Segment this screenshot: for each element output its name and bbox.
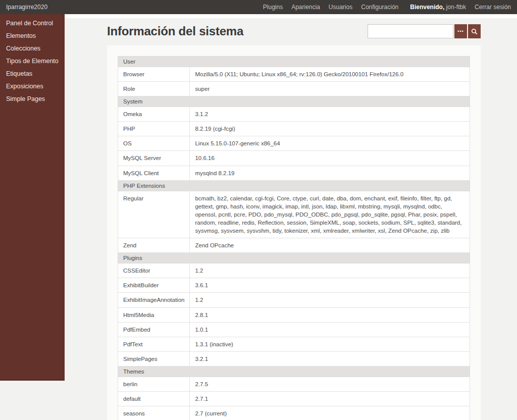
table-row: PHP8.2.19 (cgi-fcgi) bbox=[118, 122, 470, 136]
sidebar-item-simple-pages[interactable]: Simple Pages bbox=[0, 93, 65, 106]
section-header-row: Plugins bbox=[118, 253, 470, 264]
table-row: berlin2.7.5 bbox=[118, 377, 470, 391]
nav-configuracion[interactable]: Configuración bbox=[361, 4, 398, 11]
row-value: mysqlnd 8.2.19 bbox=[190, 166, 470, 180]
table-row: Regularbcmath, bz2, calendar, cgi-fcgi, … bbox=[118, 191, 470, 238]
section-header-row: System bbox=[118, 96, 470, 107]
table-row: ExhibitImageAnnotation1.2 bbox=[118, 293, 470, 307]
logout-link[interactable]: Cerrar sesión bbox=[475, 4, 511, 11]
topbar: Iparragirre2020 Plugins Apariencia Usuar… bbox=[0, 0, 517, 14]
row-label: ExhibitImageAnnotation bbox=[118, 293, 190, 307]
row-label: MySQL Client bbox=[118, 166, 190, 180]
row-value: 1.0.1 bbox=[190, 322, 470, 337]
page-title: Información del sistema bbox=[107, 24, 243, 38]
row-label: berlin bbox=[118, 377, 190, 391]
row-label: seasons bbox=[118, 406, 190, 420]
row-value: Mozilla/5.0 (X11; Ubuntu; Linux x86_64; … bbox=[190, 67, 470, 82]
nav-apariencia[interactable]: Apariencia bbox=[291, 4, 320, 11]
advanced-search-button[interactable]: ••• bbox=[454, 24, 467, 38]
section-header-row: PHP Extensions bbox=[118, 180, 470, 191]
table-row: PdfEmbed1.0.1 bbox=[118, 322, 470, 337]
table-row: Rolesuper bbox=[118, 82, 470, 96]
table-row: ExhibitBuilder3.6.1 bbox=[118, 278, 470, 293]
row-label: OS bbox=[118, 136, 190, 151]
main-area: Información del sistema ••• bbox=[65, 14, 517, 420]
table-row: Html5Media2.8.1 bbox=[118, 307, 470, 322]
sidebar: Panel de Control Elementos Colecciones T… bbox=[0, 14, 65, 381]
system-info-table-body: UserBrowserMozilla/5.0 (X11; Ubuntu; Lin… bbox=[118, 57, 470, 420]
table-row: SimplePages3.2.1 bbox=[118, 351, 470, 366]
section-header: User bbox=[118, 57, 470, 67]
row-value: 2.7 (current) bbox=[190, 406, 470, 420]
section-header: Themes bbox=[118, 366, 470, 377]
search-icon bbox=[471, 28, 478, 35]
table-row: MySQL Server10.6.16 bbox=[118, 151, 470, 166]
system-info-table: UserBrowserMozilla/5.0 (X11; Ubuntu; Lin… bbox=[118, 56, 470, 420]
row-label: PdfText bbox=[118, 337, 190, 351]
system-info-card: UserBrowserMozilla/5.0 (X11; Ubuntu; Lin… bbox=[107, 45, 481, 420]
row-label: Html5Media bbox=[118, 307, 190, 322]
ellipsis-icon: ••• bbox=[457, 29, 463, 34]
table-row: ZendZend OPcache bbox=[118, 238, 470, 253]
table-row: CSSEditor1.2 bbox=[118, 264, 470, 278]
row-value: Linux 5.15.0-107-generic x86_64 bbox=[190, 136, 470, 151]
section-header: System bbox=[118, 96, 470, 107]
table-row: MySQL Clientmysqlnd 8.2.19 bbox=[118, 166, 470, 180]
table-row: Omeka3.1.2 bbox=[118, 107, 470, 122]
section-header-row: User bbox=[118, 57, 470, 67]
row-value: 3.1.2 bbox=[190, 107, 470, 122]
row-label: ExhibitBuilder bbox=[118, 278, 190, 293]
page-header: Información del sistema ••• bbox=[107, 18, 481, 45]
row-label: SimplePages bbox=[118, 351, 190, 366]
row-value: 3.2.1 bbox=[190, 351, 470, 366]
table-row: OSLinux 5.15.0-107-generic x86_64 bbox=[118, 136, 470, 151]
row-value: 2.8.1 bbox=[190, 307, 470, 322]
row-label: PdfEmbed bbox=[118, 322, 190, 337]
sidebar-item-panel-de-control[interactable]: Panel de Control bbox=[0, 17, 65, 30]
row-value: bcmath, bz2, calendar, cgi-fcgi, Core, c… bbox=[190, 191, 470, 238]
topnav: Plugins Apariencia Usuarios Configuració… bbox=[263, 4, 511, 11]
row-value: Zend OPcache bbox=[190, 238, 470, 253]
row-label: MySQL Server bbox=[118, 151, 190, 166]
row-label: default bbox=[118, 391, 190, 406]
row-label: PHP bbox=[118, 122, 190, 136]
row-value: super bbox=[190, 82, 470, 96]
sidebar-item-colecciones[interactable]: Colecciones bbox=[0, 42, 65, 55]
topbar-divider bbox=[65, 14, 517, 18]
row-value: 2.7.1 bbox=[190, 391, 470, 406]
search-submit-button[interactable] bbox=[468, 24, 481, 38]
table-row: default2.7.1 bbox=[118, 391, 470, 406]
sidebar-item-tipos-de-elemento[interactable]: Tipos de Elemento bbox=[0, 55, 65, 68]
search-form: ••• bbox=[368, 24, 481, 38]
row-label: CSSEditor bbox=[118, 264, 190, 278]
table-row: BrowserMozilla/5.0 (X11; Ubuntu; Linux x… bbox=[118, 67, 470, 82]
row-value: 1.2 bbox=[190, 293, 470, 307]
row-value: 1.3.1 (inactive) bbox=[190, 337, 470, 351]
welcome-prefix: Bienvenido, bbox=[410, 4, 444, 11]
nav-usuarios[interactable]: Usuarios bbox=[329, 4, 352, 11]
row-label: Zend bbox=[118, 238, 190, 253]
sidebar-item-exposiciones[interactable]: Exposiciones bbox=[0, 80, 65, 93]
welcome-username[interactable]: jon-ftbk bbox=[444, 4, 466, 11]
welcome-text: Bienvenido, jon-ftbk bbox=[410, 4, 466, 11]
table-row: seasons2.7 (current) bbox=[118, 406, 470, 420]
row-label: Omeka bbox=[118, 107, 190, 122]
section-header-row: Themes bbox=[118, 366, 470, 377]
row-value: 10.6.16 bbox=[190, 151, 470, 166]
sidebar-item-etiquetas[interactable]: Etiquetas bbox=[0, 68, 65, 80]
sidebar-item-elementos[interactable]: Elementos bbox=[0, 30, 65, 42]
row-value: 2.7.5 bbox=[190, 377, 470, 391]
site-title-link[interactable]: Iparragirre2020 bbox=[6, 4, 47, 11]
row-label: Role bbox=[118, 82, 190, 96]
section-header: PHP Extensions bbox=[118, 180, 470, 191]
row-value: 3.6.1 bbox=[190, 278, 470, 293]
row-label: Regular bbox=[118, 191, 190, 238]
row-value: 8.2.19 (cgi-fcgi) bbox=[190, 122, 470, 136]
search-input[interactable] bbox=[368, 24, 453, 38]
table-row: PdfText1.3.1 (inactive) bbox=[118, 337, 470, 351]
row-value: 1.2 bbox=[190, 264, 470, 278]
row-label: Browser bbox=[118, 67, 190, 82]
nav-plugins[interactable]: Plugins bbox=[263, 4, 283, 11]
section-header: Plugins bbox=[118, 253, 470, 264]
